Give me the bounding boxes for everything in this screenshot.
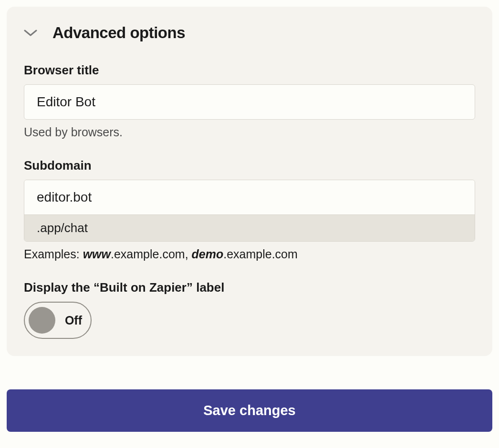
subdomain-examples: Examples: www.example.com, demo.example.…	[24, 247, 475, 261]
subdomain-suffix: .app/chat	[24, 214, 475, 241]
section-header[interactable]: Advanced options	[24, 24, 475, 42]
subdomain-field: Subdomain .app/chat Examples: www.exampl…	[24, 158, 475, 261]
subdomain-input[interactable]	[24, 180, 475, 214]
browser-title-field: Browser title Used by browsers.	[24, 63, 475, 139]
toggle-knob	[29, 307, 55, 334]
browser-title-helper: Used by browsers.	[24, 125, 475, 139]
browser-title-input[interactable]	[24, 84, 475, 120]
toggle-state-label: Off	[65, 314, 82, 327]
save-changes-button[interactable]: Save changes	[7, 389, 492, 432]
chevron-down-icon	[24, 29, 37, 37]
toggle-wrapper: Off	[24, 302, 475, 339]
browser-title-label: Browser title	[24, 63, 475, 78]
advanced-options-panel: Advanced options Browser title Used by b…	[7, 7, 492, 356]
built-on-zapier-field: Display the “Built on Zapier” label Off	[24, 280, 475, 339]
subdomain-input-wrapper: .app/chat	[24, 180, 475, 242]
subdomain-label: Subdomain	[24, 158, 475, 173]
built-on-zapier-toggle[interactable]: Off	[24, 302, 92, 339]
section-title: Advanced options	[52, 24, 185, 42]
built-on-zapier-label: Display the “Built on Zapier” label	[24, 280, 475, 295]
